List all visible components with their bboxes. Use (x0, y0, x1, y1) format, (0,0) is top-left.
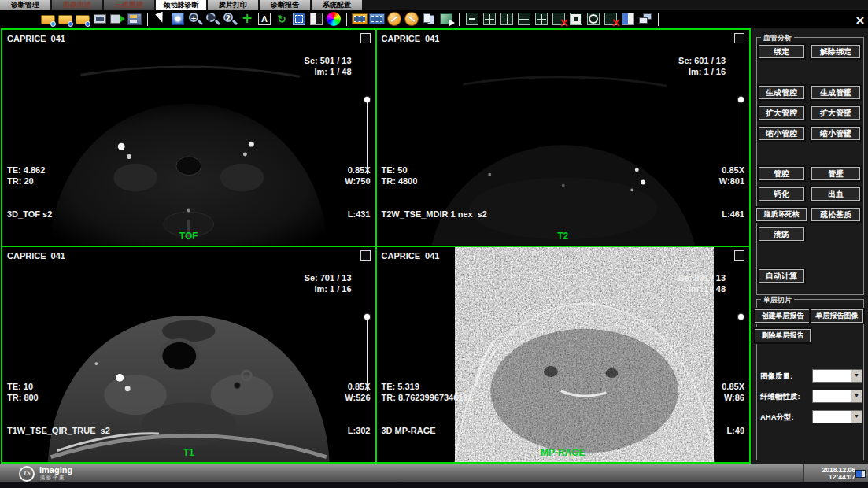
brand-logo: TS (19, 466, 35, 482)
status-bar: TS Imaging 清影华康 2018.12.06 12:44:07 (0, 464, 868, 482)
wall-button[interactable]: 管壁 (811, 167, 860, 180)
close-icon[interactable]: × (853, 13, 867, 28)
unbind-button[interactable]: 解除绑定 (811, 45, 860, 58)
patient-id: CAPRICE 041 (7, 250, 65, 261)
measure-pen-icon[interactable] (386, 11, 402, 27)
hemorrhage-button[interactable]: 出血 (811, 187, 860, 201)
scan-params: TE: 50TR: 4800 T2W_TSE_MDIR 1 nex s2 (382, 142, 488, 242)
aha-type-select[interactable] (812, 410, 862, 423)
layout-4-icon[interactable] (534, 11, 549, 27)
slice-slider-handle[interactable] (738, 97, 744, 102)
folder-add-icon[interactable] (57, 11, 73, 27)
enlarge-lumen-button[interactable]: 扩大管腔 (759, 106, 804, 120)
measure-tool-icon[interactable] (404, 11, 419, 27)
tab-system-config[interactable]: 系统配置 (312, 0, 362, 10)
archive-box-icon[interactable] (127, 11, 142, 27)
invert-gray-icon[interactable] (308, 11, 324, 27)
fibrous-cap-select[interactable] (812, 390, 862, 403)
split-view-icon[interactable] (620, 11, 636, 27)
viewport-t1[interactable]: CAPRICE 041 Se: 701 / 13Im: 1 / 16 TE: 1… (1, 246, 376, 464)
layout-grid-icon[interactable] (482, 11, 497, 27)
menu-tab-bar: 诊断管理 图像浏览 三维重建 颈动脉诊断 胶片打印 诊断报告 系统配置 (0, 0, 868, 10)
patient-id: CAPRICE 041 (7, 33, 65, 44)
view-clear-icon[interactable] (603, 11, 619, 27)
toolbar-separator (459, 13, 460, 26)
folder-open-icon[interactable] (40, 11, 56, 27)
clock-area: 2018.12.06 12:44:07 (803, 464, 868, 482)
annotation-text-icon[interactable] (257, 11, 272, 27)
sequence-label: T1 (2, 447, 375, 458)
view-circle-icon[interactable] (585, 11, 601, 27)
display-params: 0.85XW:86 L:49 (722, 359, 744, 458)
viewport-select-checkbox[interactable] (360, 250, 371, 261)
tab-diagnosis-report[interactable]: 诊断报告 (260, 0, 310, 10)
viewport-mprage[interactable]: CAPRICE 041 Se: 801 / 13Im: 1 / 48 TE: 5… (376, 246, 752, 464)
cursor-arrow-icon[interactable] (153, 11, 168, 27)
scan-params: TE: 5.319TR: 8.76239967346191 3D MP-RAGE (382, 359, 473, 458)
create-slice-report-button[interactable]: 创建单层报告 (755, 309, 811, 323)
lipid-core-button[interactable]: 脂质坏死核 (756, 208, 807, 221)
copy-report-icon[interactable] (421, 11, 437, 27)
auto-calculate-button[interactable]: 自动计算 (759, 269, 804, 283)
loose-matrix-button[interactable]: 疏松基质 (811, 208, 860, 221)
zoom-in-icon[interactable] (187, 11, 203, 27)
tab-carotid-diagnosis[interactable]: 颈动脉诊断 (156, 0, 206, 10)
tab-image-browse[interactable]: 图像浏览 (52, 0, 102, 10)
zoom-region-icon[interactable] (205, 11, 220, 27)
lumen-button[interactable]: 管腔 (759, 167, 804, 180)
cascade-windows-icon[interactable] (637, 11, 653, 27)
film-layout-b-icon[interactable] (369, 11, 385, 27)
viewport-t2[interactable]: CAPRICE 041 Se: 601 / 13Im: 1 / 16 TE: 5… (376, 28, 752, 246)
database-window-icon[interactable] (92, 11, 108, 27)
slice-slider-handle[interactable] (364, 97, 370, 102)
pan-icon[interactable] (239, 11, 255, 27)
window-level-icon[interactable] (170, 11, 186, 27)
tab-film-print[interactable]: 胶片打印 (208, 0, 258, 10)
scan-params: TE: 4.862TR: 20 3D_TOF s2 (7, 142, 52, 242)
shrink-wall-button[interactable]: 缩小管壁 (811, 127, 860, 140)
zoom-out-icon[interactable] (222, 11, 238, 27)
tab-3d-reconstruction[interactable]: 三维重建 (104, 0, 154, 10)
generate-lumen-button[interactable]: 生成管腔 (759, 86, 804, 99)
viewport-select-checkbox[interactable] (734, 250, 744, 261)
slice-slider-handle[interactable] (738, 314, 744, 320)
patient-id: CAPRICE 041 (382, 33, 440, 44)
reset-view-icon[interactable] (274, 11, 290, 27)
fit-screen-icon[interactable] (291, 11, 307, 27)
sequence-label: T2 (377, 231, 750, 242)
film-layout-a-icon[interactable] (352, 11, 368, 27)
enlarge-wall-button[interactable]: 扩大管壁 (811, 106, 860, 120)
image-quality-select[interactable] (812, 369, 862, 383)
layout-single-icon[interactable] (464, 11, 480, 27)
ulcer-button[interactable]: 溃疡 (759, 227, 804, 241)
viewport-select-checkbox[interactable] (734, 33, 744, 43)
bind-button[interactable]: 绑定 (759, 45, 804, 58)
calcification-button[interactable]: 钙化 (759, 187, 804, 201)
layout-2h-icon[interactable] (516, 11, 532, 27)
slice-slider-handle[interactable] (364, 314, 370, 320)
display-params: 0.85XW:750 L:431 (345, 142, 370, 242)
generate-wall-button[interactable]: 生成管壁 (811, 86, 860, 99)
folder-new-icon[interactable] (75, 11, 90, 27)
group-title: 血管分析 (761, 33, 794, 43)
scan-params: TE: 10TR: 800 T1W_TSE_QIR_TRUE s2 (7, 359, 110, 458)
viewport-tof[interactable]: CAPRICE 041 Se: 501 / 13Im: 1 / 48 TE: 4… (1, 28, 376, 246)
layout-2v-icon[interactable] (499, 11, 515, 27)
input-language-icon[interactable] (855, 470, 866, 478)
pseudo-color-icon[interactable] (326, 11, 342, 27)
viewport-select-checkbox[interactable] (360, 33, 371, 43)
layout-clear-icon[interactable] (551, 11, 567, 27)
vessel-analysis-group: 血管分析 (756, 37, 864, 295)
view-frame-icon[interactable] (568, 11, 584, 27)
sequence-label: TOF (2, 231, 375, 242)
import-export-icon[interactable] (109, 11, 125, 27)
slice-report-image-button[interactable]: 单层报告图像 (811, 309, 863, 323)
series-info: Se: 701 / 13Im: 1 / 16 (305, 250, 352, 316)
export-image-icon[interactable] (438, 11, 454, 27)
bottom-strip (0, 482, 868, 488)
brand-subtitle: 清影华康 (40, 475, 65, 482)
tab-diagnosis-management[interactable]: 诊断管理 (0, 0, 50, 10)
shrink-lumen-button[interactable]: 缩小管腔 (759, 127, 804, 140)
delete-slice-report-button[interactable]: 删除单层报告 (755, 329, 811, 342)
series-info: Se: 501 / 13Im: 1 / 48 (305, 33, 352, 99)
